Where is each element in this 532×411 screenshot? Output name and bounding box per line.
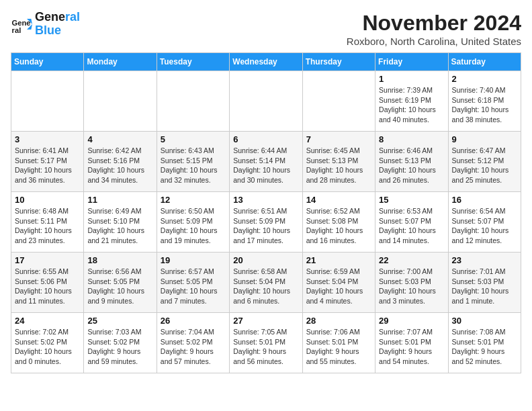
calendar-cell: 20Sunrise: 6:58 AM Sunset: 5:04 PM Dayli…: [230, 253, 302, 313]
day-number: 26: [161, 316, 226, 326]
day-info: Sunrise: 6:56 AM Sunset: 5:05 PM Dayligh…: [87, 267, 152, 306]
day-number: 7: [306, 134, 371, 144]
day-info: Sunrise: 6:51 AM Sunset: 5:09 PM Dayligh…: [233, 206, 298, 246]
day-number: 16: [452, 195, 517, 205]
calendar-cell: 24Sunrise: 7:02 AM Sunset: 5:02 PM Dayli…: [11, 313, 84, 373]
day-number: 10: [15, 195, 80, 205]
week-row-2: 3Sunrise: 6:41 AM Sunset: 5:17 PM Daylig…: [11, 132, 521, 192]
logo-icon: Gene ral: [11, 13, 32, 35]
day-info: Sunrise: 6:46 AM Sunset: 5:13 PM Dayligh…: [379, 146, 444, 185]
day-number: 14: [306, 195, 371, 205]
day-info: Sunrise: 6:49 AM Sunset: 5:10 PM Dayligh…: [87, 206, 152, 246]
day-number: 27: [233, 316, 298, 326]
logo-text: General Blue: [35, 11, 80, 38]
day-info: Sunrise: 7:07 AM Sunset: 5:01 PM Dayligh…: [379, 327, 444, 367]
day-header-monday: Monday: [84, 53, 157, 71]
calendar-cell: 11Sunrise: 6:49 AM Sunset: 5:10 PM Dayli…: [84, 192, 157, 253]
calendar-cell: 17Sunrise: 6:55 AM Sunset: 5:06 PM Dayli…: [11, 253, 84, 313]
calendar-cell: 12Sunrise: 6:50 AM Sunset: 5:09 PM Dayli…: [157, 192, 229, 253]
day-number: 20: [233, 255, 298, 265]
calendar-cell: 18Sunrise: 6:56 AM Sunset: 5:05 PM Dayli…: [84, 253, 157, 313]
day-info: Sunrise: 6:55 AM Sunset: 5:06 PM Dayligh…: [15, 267, 80, 306]
week-row-4: 17Sunrise: 6:55 AM Sunset: 5:06 PM Dayli…: [11, 253, 521, 313]
day-info: Sunrise: 7:01 AM Sunset: 5:03 PM Dayligh…: [452, 267, 517, 306]
location: Roxboro, North Carolina, United States: [347, 36, 521, 47]
day-info: Sunrise: 7:40 AM Sunset: 6:18 PM Dayligh…: [452, 85, 517, 125]
logo: Gene ral General Blue: [11, 11, 80, 38]
day-header-tuesday: Tuesday: [157, 53, 229, 71]
calendar-cell: [157, 71, 229, 132]
day-number: 18: [87, 255, 152, 265]
calendar-cell: [302, 71, 375, 132]
calendar-cell: [84, 71, 157, 132]
calendar-cell: [230, 71, 302, 132]
day-number: 24: [15, 316, 80, 326]
day-number: 8: [379, 134, 444, 144]
calendar-body: 1Sunrise: 7:39 AM Sunset: 6:19 PM Daylig…: [11, 71, 521, 373]
day-header-thursday: Thursday: [302, 53, 375, 71]
calendar: SundayMondayTuesdayWednesdayThursdayFrid…: [11, 52, 521, 373]
week-row-3: 10Sunrise: 6:48 AM Sunset: 5:11 PM Dayli…: [11, 192, 521, 253]
day-number: 11: [87, 195, 152, 205]
day-info: Sunrise: 7:06 AM Sunset: 5:01 PM Dayligh…: [306, 327, 371, 367]
title-block: November 2024 Roxboro, North Carolina, U…: [347, 11, 521, 47]
calendar-cell: 25Sunrise: 7:03 AM Sunset: 5:02 PM Dayli…: [84, 313, 157, 373]
calendar-cell: 14Sunrise: 6:52 AM Sunset: 5:08 PM Dayli…: [302, 192, 375, 253]
calendar-cell: 16Sunrise: 6:54 AM Sunset: 5:07 PM Dayli…: [448, 192, 521, 253]
calendar-cell: 9Sunrise: 6:47 AM Sunset: 5:12 PM Daylig…: [448, 132, 521, 192]
calendar-cell: 6Sunrise: 6:44 AM Sunset: 5:14 PM Daylig…: [230, 132, 302, 192]
calendar-cell: 5Sunrise: 6:43 AM Sunset: 5:15 PM Daylig…: [157, 132, 229, 192]
day-info: Sunrise: 6:43 AM Sunset: 5:15 PM Dayligh…: [161, 146, 226, 185]
day-number: 9: [452, 134, 517, 144]
day-info: Sunrise: 7:08 AM Sunset: 5:01 PM Dayligh…: [452, 327, 517, 367]
day-number: 3: [15, 134, 80, 144]
day-number: 1: [379, 74, 444, 84]
day-info: Sunrise: 6:53 AM Sunset: 5:07 PM Dayligh…: [379, 206, 444, 246]
day-header-friday: Friday: [375, 53, 448, 71]
calendar-cell: 30Sunrise: 7:08 AM Sunset: 5:01 PM Dayli…: [448, 313, 521, 373]
day-number: 28: [306, 316, 371, 326]
day-number: 15: [379, 195, 444, 205]
day-number: 5: [161, 134, 226, 144]
calendar-cell: 26Sunrise: 7:04 AM Sunset: 5:02 PM Dayli…: [157, 313, 229, 373]
day-header-saturday: Saturday: [448, 53, 521, 71]
calendar-cell: 10Sunrise: 6:48 AM Sunset: 5:11 PM Dayli…: [11, 192, 84, 253]
day-info: Sunrise: 6:45 AM Sunset: 5:13 PM Dayligh…: [306, 146, 371, 185]
day-number: 6: [233, 134, 298, 144]
day-number: 30: [452, 316, 517, 326]
day-number: 23: [452, 255, 517, 265]
calendar-cell: 7Sunrise: 6:45 AM Sunset: 5:13 PM Daylig…: [302, 132, 375, 192]
svg-text:Gene: Gene: [12, 18, 31, 26]
day-number: 25: [87, 316, 152, 326]
day-number: 12: [161, 195, 226, 205]
week-row-5: 24Sunrise: 7:02 AM Sunset: 5:02 PM Dayli…: [11, 313, 521, 373]
day-number: 22: [379, 255, 444, 265]
day-number: 19: [161, 255, 226, 265]
calendar-cell: 1Sunrise: 7:39 AM Sunset: 6:19 PM Daylig…: [375, 71, 448, 132]
calendar-header: SundayMondayTuesdayWednesdayThursdayFrid…: [11, 53, 521, 71]
svg-text:ral: ral: [12, 26, 21, 34]
day-header-wednesday: Wednesday: [230, 53, 302, 71]
day-info: Sunrise: 6:57 AM Sunset: 5:05 PM Dayligh…: [161, 267, 226, 306]
day-number: 13: [233, 195, 298, 205]
calendar-cell: 15Sunrise: 6:53 AM Sunset: 5:07 PM Dayli…: [375, 192, 448, 253]
calendar-cell: 13Sunrise: 6:51 AM Sunset: 5:09 PM Dayli…: [230, 192, 302, 253]
week-row-1: 1Sunrise: 7:39 AM Sunset: 6:19 PM Daylig…: [11, 71, 521, 132]
day-number: 4: [87, 134, 152, 144]
month-title: November 2024: [347, 11, 521, 36]
calendar-cell: 22Sunrise: 7:00 AM Sunset: 5:03 PM Dayli…: [375, 253, 448, 313]
day-info: Sunrise: 7:00 AM Sunset: 5:03 PM Dayligh…: [379, 267, 444, 306]
day-info: Sunrise: 7:39 AM Sunset: 6:19 PM Dayligh…: [379, 85, 444, 125]
calendar-cell: 23Sunrise: 7:01 AM Sunset: 5:03 PM Dayli…: [448, 253, 521, 313]
day-info: Sunrise: 6:41 AM Sunset: 5:17 PM Dayligh…: [15, 146, 80, 185]
day-info: Sunrise: 6:44 AM Sunset: 5:14 PM Dayligh…: [233, 146, 298, 185]
day-info: Sunrise: 7:02 AM Sunset: 5:02 PM Dayligh…: [15, 327, 80, 367]
day-info: Sunrise: 6:47 AM Sunset: 5:12 PM Dayligh…: [452, 146, 517, 185]
calendar-cell: 2Sunrise: 7:40 AM Sunset: 6:18 PM Daylig…: [448, 71, 521, 132]
day-header-sunday: Sunday: [11, 53, 84, 71]
day-number: 29: [379, 316, 444, 326]
day-info: Sunrise: 7:04 AM Sunset: 5:02 PM Dayligh…: [161, 327, 226, 367]
calendar-cell: 27Sunrise: 7:05 AM Sunset: 5:01 PM Dayli…: [230, 313, 302, 373]
day-number: 2: [452, 74, 517, 84]
calendar-cell: 3Sunrise: 6:41 AM Sunset: 5:17 PM Daylig…: [11, 132, 84, 192]
